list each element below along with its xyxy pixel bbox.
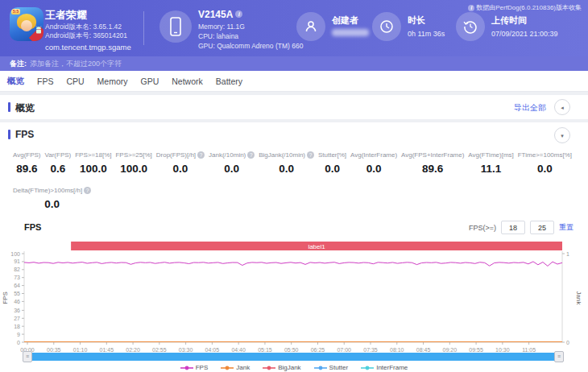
stat-avg-fps-: Avg(FPS)89.6 bbox=[13, 151, 41, 175]
reset-button[interactable]: 重置 bbox=[559, 222, 574, 233]
fps-chart: label110091827364554636271890FPS10Jank00… bbox=[0, 237, 588, 372]
note-label: 备注: bbox=[10, 60, 27, 68]
svg-text:05:15: 05:15 bbox=[258, 347, 272, 353]
zoom-handle-right[interactable]: ≡ bbox=[554, 351, 564, 362]
chart-zoom-scrollbar[interactable]: ≡ ≡ bbox=[24, 353, 562, 361]
stat-drop-fps-h-: Drop(FPS)[/h]?0.0 bbox=[156, 151, 205, 175]
svg-text:1: 1 bbox=[566, 251, 569, 257]
tab-概览[interactable]: 概览 bbox=[7, 76, 24, 87]
help-icon[interactable]: ? bbox=[84, 187, 91, 194]
device-info-icon[interactable]: i bbox=[235, 10, 242, 18]
stat-avg-ftime-ms-: Avg(FTime)[ms]11.1 bbox=[468, 151, 513, 175]
svg-text:07:00: 07:00 bbox=[337, 347, 351, 353]
package-name: com.tencent.tmgp.sgame bbox=[45, 43, 131, 52]
svg-text:64: 64 bbox=[14, 283, 20, 288]
legend-item-stutter[interactable]: Stutter bbox=[314, 364, 349, 371]
svg-text:0: 0 bbox=[17, 340, 20, 345]
svg-text:08:45: 08:45 bbox=[416, 347, 431, 353]
svg-text:01:45: 01:45 bbox=[100, 347, 114, 353]
note-placeholder[interactable]: 添加备注，不超过200个字符 bbox=[30, 60, 122, 68]
tab-FPS[interactable]: FPS bbox=[37, 76, 53, 86]
fps-chart-svg[interactable]: label110091827364554636271890FPS10Jank00… bbox=[0, 237, 588, 354]
tab-Network[interactable]: Network bbox=[172, 76, 203, 86]
svg-text:10:30: 10:30 bbox=[495, 347, 510, 353]
device-cpu: CPU: lahaina bbox=[198, 32, 238, 40]
stat-avg-fps-interframe-: Avg(FPS+InterFrame)89.6 bbox=[401, 151, 464, 175]
note-bar: 备注:添加备注，不超过200个字符 bbox=[0, 56, 588, 71]
section-accent-bar bbox=[8, 130, 10, 139]
svg-text:04:40: 04:40 bbox=[231, 347, 246, 353]
svg-text:01:10: 01:10 bbox=[73, 347, 88, 353]
phone-icon bbox=[159, 10, 192, 43]
tab-CPU[interactable]: CPU bbox=[66, 76, 84, 86]
perfdog-report-page: 5:5 王者荣耀 Android版本名: 3.65.1.42 Android版本… bbox=[0, 0, 588, 372]
svg-text:06:25: 06:25 bbox=[311, 347, 325, 353]
zoom-handle-left[interactable]: ≡ bbox=[23, 351, 32, 362]
svg-text:label1: label1 bbox=[308, 243, 325, 250]
upload-time-label: 上传时间 bbox=[491, 14, 527, 27]
svg-text:0: 0 bbox=[566, 340, 569, 345]
help-icon[interactable]: ? bbox=[197, 151, 205, 159]
svg-text:02:55: 02:55 bbox=[152, 347, 167, 353]
svg-text:55: 55 bbox=[14, 291, 20, 296]
collapse-down-button[interactable]: ▾ bbox=[554, 127, 570, 143]
legend-marker bbox=[314, 365, 327, 371]
tab-Memory[interactable]: Memory bbox=[97, 76, 128, 86]
upload-time-value: 07/09/2021 21:00:39 bbox=[491, 30, 558, 38]
svg-text:36: 36 bbox=[14, 308, 20, 313]
help-icon[interactable]: ? bbox=[307, 151, 314, 159]
stat-delta-ftime: Delta(FTime)>100ms[/h]? 0.0 bbox=[13, 187, 91, 210]
svg-text:05:50: 05:50 bbox=[284, 347, 299, 353]
fps-stats-row2: Delta(FTime)>100ms[/h]? 0.0 bbox=[13, 187, 91, 210]
svg-text:73: 73 bbox=[14, 275, 20, 280]
stat-bigjank-10min-: BigJank(/10min)?0.0 bbox=[259, 151, 314, 175]
fps-threshold-input-1[interactable] bbox=[501, 221, 525, 234]
creator-icon bbox=[296, 12, 325, 41]
overview-title: 概览 bbox=[15, 101, 35, 115]
chart-header: FPS FPS(>=) 重置 bbox=[0, 221, 588, 235]
fps-threshold-label: FPS(>=) bbox=[469, 224, 496, 232]
fps-section-title: FPS bbox=[15, 129, 34, 140]
chart-legend: FPSJankBigJankStutterInterFrame bbox=[0, 364, 588, 371]
svg-text:02:20: 02:20 bbox=[126, 347, 140, 353]
svg-text:04:05: 04:05 bbox=[205, 347, 220, 353]
tab-bar: 概览FPSCPUMemoryGPUNetworkBattery bbox=[0, 71, 588, 92]
fps-threshold-input-2[interactable] bbox=[530, 221, 554, 234]
fps-stats-row: Avg(FPS)89.6Var(FPS)0.6FPS>=18[%]100.0FP… bbox=[0, 151, 588, 175]
overview-section-header: 概览 导出全部 ◂ bbox=[0, 95, 588, 119]
legend-item-bigjank[interactable]: BigJank bbox=[263, 364, 300, 371]
collector-version-note: i数据由PerfDog(6.0.210836)版本收集 bbox=[468, 3, 582, 12]
svg-text:Jank: Jank bbox=[575, 291, 582, 306]
legend-marker bbox=[221, 365, 234, 371]
upload-time-icon bbox=[456, 12, 485, 41]
legend-item-fps[interactable]: FPS bbox=[180, 364, 209, 371]
chart-title: FPS bbox=[24, 222, 41, 232]
device-memory: Memory: 11.1G bbox=[198, 23, 245, 31]
stat-fps-18-: FPS>=18[%]100.0 bbox=[75, 151, 111, 175]
legend-marker bbox=[180, 365, 193, 371]
svg-text:82: 82 bbox=[14, 267, 20, 272]
svg-text:91: 91 bbox=[14, 258, 20, 264]
tab-Battery[interactable]: Battery bbox=[216, 76, 242, 86]
help-icon[interactable]: ? bbox=[247, 151, 255, 159]
stat-avg-interframe-: Avg(InterFrame)0.0 bbox=[350, 151, 397, 175]
header-divider bbox=[143, 11, 144, 45]
creator-value-redacted bbox=[332, 29, 369, 36]
legend-item-interframe[interactable]: InterFrame bbox=[361, 364, 408, 371]
android-version-name: Android版本名: 3.65.1.42 bbox=[45, 23, 127, 31]
export-all-button[interactable]: 导出全部 bbox=[514, 102, 546, 114]
svg-text:100: 100 bbox=[10, 251, 20, 257]
creator-label: 创建者 bbox=[332, 14, 358, 27]
stat-stutter-: Stutter[%]0.0 bbox=[318, 151, 346, 175]
svg-text:9: 9 bbox=[17, 332, 20, 337]
device-gpu: GPU: Qualcomm Adreno (TM) 660 bbox=[198, 42, 303, 50]
device-model: V2145Ai bbox=[198, 9, 242, 20]
fps-threshold-controls: FPS(>=) 重置 bbox=[469, 221, 574, 234]
svg-text:00:35: 00:35 bbox=[47, 347, 61, 353]
svg-text:03:30: 03:30 bbox=[179, 347, 193, 353]
tab-GPU[interactable]: GPU bbox=[141, 76, 159, 86]
collapse-left-button[interactable]: ◂ bbox=[554, 99, 570, 115]
duration-value: 0h 11m 36s bbox=[408, 30, 445, 38]
svg-text:09:20: 09:20 bbox=[443, 347, 458, 353]
legend-item-jank[interactable]: Jank bbox=[221, 364, 250, 371]
